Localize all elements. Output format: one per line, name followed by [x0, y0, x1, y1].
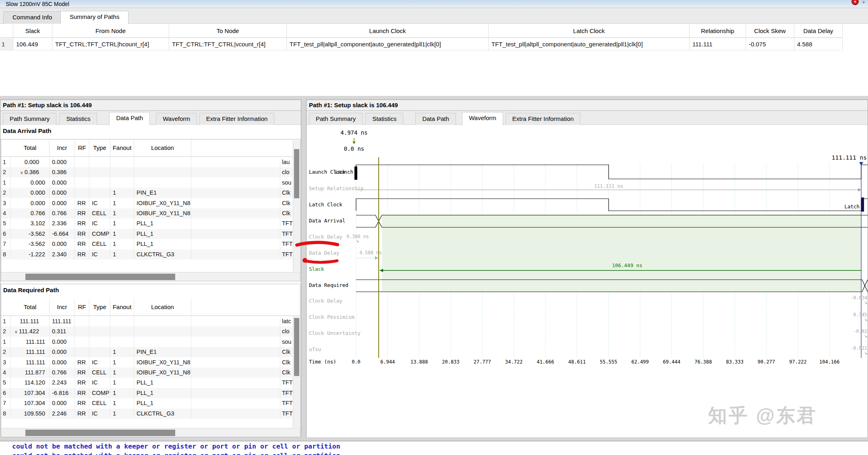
table-cell: 111.877 [11, 368, 50, 378]
setup-relationship-arrowhead [858, 188, 861, 191]
summary-cell[interactable]: 111.111 [690, 38, 746, 50]
summary-col-header[interactable]: Clock Skew [746, 24, 794, 38]
path-col-header[interactable]: Type [89, 299, 110, 316]
vertical-scrollbar-thumb[interactable] [294, 149, 299, 198]
table-row[interactable]: 7-3.5620.000RRCELL1PLL_1TFT [1, 239, 292, 249]
path-col-header[interactable]: Location [134, 139, 191, 156]
summary-col-header[interactable]: Latch Clock [489, 24, 690, 38]
horizontal-scrollbar[interactable] [1, 272, 300, 281]
summary-cell[interactable]: 106.449 [13, 38, 52, 50]
summary-cell[interactable]: TFT_test_pll|altpll_component|auto_gener… [287, 38, 489, 50]
summary-col-header[interactable]: Launch Clock [287, 24, 489, 38]
left-tab-waveform[interactable]: Waveform [156, 113, 197, 125]
vertical-scrollbar[interactable] [293, 140, 300, 272]
table-cell: RR [75, 398, 89, 408]
path-col-header[interactable]: Total [11, 299, 50, 316]
table-cell [89, 157, 110, 167]
table-cell: 2.246 [50, 409, 75, 419]
table-row[interactable]: 3111.1110.000RRIC1IOIBUF_X0_Y11_N8Clk [1, 357, 292, 368]
table-cell [75, 326, 89, 337]
expand-arrow-icon[interactable]: ∨ [15, 329, 18, 334]
table-cell [134, 337, 191, 347]
horizontal-scrollbar-thumb[interactable] [25, 274, 175, 280]
summary-col-header[interactable]: Relationship [690, 24, 746, 38]
table-cell: 4 [1, 208, 11, 218]
table-cell [89, 347, 110, 357]
table-row[interactable]: 1111.1110.000sou [1, 337, 292, 347]
summary-col-header[interactable]: Data Delay [794, 24, 843, 38]
summary-cell[interactable]: TFT_CTRL:TFT_CTRL|vcount_r[4] [169, 38, 287, 50]
panel-splitter[interactable] [301, 100, 306, 437]
path-col-header[interactable]: Fanout [110, 299, 134, 316]
expand-arrow-icon[interactable]: ∨ [20, 170, 23, 175]
table-row[interactable]: 30.0000.000RRIC1IOIBUF_X0_Y11_N8Clk [1, 198, 292, 208]
right-edge-time-label: 111.111 ns [832, 154, 867, 161]
table-row[interactable]: 20.0000.0001PIN_E1Clk [1, 188, 292, 198]
path-col-header[interactable]: Incr [50, 299, 75, 316]
table-row[interactable]: 1111.111111.111latc [1, 316, 292, 326]
table-row[interactable]: 2111.1110.0001PIN_E1Clk [1, 347, 292, 357]
table-cell [191, 368, 280, 378]
right-tab-path-summary[interactable]: Path Summary [309, 113, 363, 125]
table-row[interactable]: 4111.8770.766RRCELL1IOIBUF_X0_Y11_N8Clk [1, 368, 292, 378]
left-tab-data-path[interactable]: Data Path [109, 112, 150, 125]
summary-col-header[interactable]: Slack [13, 24, 52, 38]
table-cell: 0.000 [50, 357, 75, 368]
vertical-scrollbar-thumb[interactable] [294, 318, 299, 376]
table-cell: 0.766 [11, 208, 50, 218]
horizontal-scrollbar[interactable] [1, 428, 300, 437]
right-tab-data-path[interactable]: Data Path [415, 113, 456, 125]
table-row[interactable]: 2∨0.3860.386clo [1, 167, 292, 177]
table-cell: 8 [1, 249, 11, 260]
table-cell: RR [75, 229, 89, 239]
table-cell [110, 316, 134, 326]
right-tab-statistics[interactable]: Statistics [365, 113, 403, 125]
summary-cell[interactable]: TFT_test_pll|altpll_component|auto_gener… [489, 38, 690, 50]
horizontal-scrollbar-thumb[interactable] [25, 430, 175, 436]
table-row[interactable]: 2∨111.4220.311clo [1, 326, 292, 337]
right-tab-waveform[interactable]: Waveform [462, 112, 503, 125]
waveform-canvas[interactable]: 0.06.94413.88820.83327.77734.72241.66648… [307, 125, 868, 437]
table-row[interactable]: 8109.5502.246RRIC1CLKCTRL_G3TFT [1, 409, 292, 419]
table-cell [89, 188, 110, 198]
table-cell [75, 347, 89, 357]
path-col-header[interactable]: Total [11, 139, 50, 156]
top-tab-summary-of-paths[interactable]: Summary of Paths [60, 11, 128, 24]
path-col-header[interactable]: Type [89, 139, 110, 156]
table-cell: 1 [110, 388, 134, 398]
table-cell: 6 [1, 388, 11, 398]
table-row[interactable]: 10.0000.000sou [1, 178, 292, 188]
plus-icon[interactable]: + [862, 0, 865, 5]
table-row[interactable]: 7107.3040.000RRCELL1PLL_1TFT [1, 398, 292, 408]
top-tab-command-info[interactable]: Command Info [3, 11, 61, 24]
path-col-header[interactable]: RF [75, 299, 89, 316]
summary-col-header[interactable] [0, 24, 13, 38]
table-row[interactable]: 8-1.2222.340RRIC1CLKCTRL_G3TFT [1, 249, 292, 260]
table-row[interactable]: 40.7660.766RRCELL1IOIBUF_X0_Y11_N8Clk [1, 208, 292, 218]
table-row[interactable]: 5114.1202.243RRIC1PLL_1TFT [1, 378, 292, 388]
waveform-panel: Path #1: Setup slack is 106.449 Path Sum… [306, 100, 868, 437]
summary-row-number[interactable]: 1 [0, 38, 13, 50]
table-row[interactable]: 53.1022.336RRIC1PLL_1TFT [1, 218, 292, 229]
table-cell [75, 167, 89, 177]
summary-cell[interactable]: -0.075 [746, 38, 794, 50]
table-cell [134, 326, 191, 337]
left-tab-extra-fitter-information[interactable]: Extra Fitter Information [199, 113, 275, 125]
table-row[interactable]: 6-3.562-6.664RRCOMP1PLL_1TFT [1, 229, 292, 239]
table-row[interactable]: 10.0000.000lau [1, 157, 292, 167]
table-row[interactable]: 6107.304-6.816RRCOMP1PLL_1TFT [1, 388, 292, 398]
right-tab-extra-fitter-information[interactable]: Extra Fitter Information [505, 113, 581, 125]
vertical-scrollbar[interactable] [293, 316, 300, 428]
summary-col-header[interactable]: From Node [52, 24, 169, 38]
path-col-header[interactable]: Incr [50, 139, 75, 156]
slack-region-fill [382, 214, 861, 292]
summary-cell[interactable]: 4.588 [794, 38, 843, 50]
path-col-header[interactable]: Fanout [110, 139, 134, 156]
left-tab-statistics[interactable]: Statistics [59, 113, 97, 125]
table-cell: 0.386 [50, 167, 75, 177]
summary-col-header[interactable]: To Node [169, 24, 287, 38]
path-col-header[interactable]: Location [134, 299, 191, 316]
path-col-header[interactable]: RF [75, 139, 89, 156]
left-tab-path-summary[interactable]: Path Summary [3, 113, 56, 125]
summary-cell[interactable]: TFT_CTRL:TFT_CTRL|hcount_r[4] [52, 38, 169, 50]
